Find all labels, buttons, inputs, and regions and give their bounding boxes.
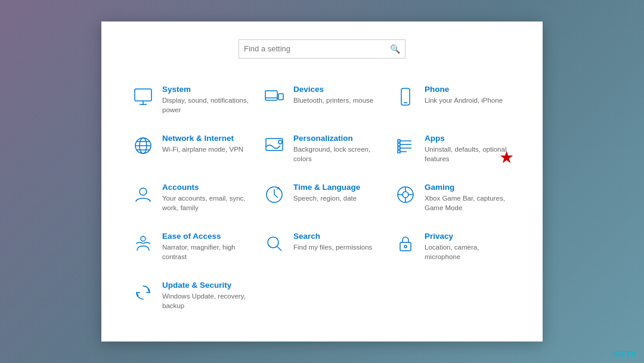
accounts-icon	[131, 183, 155, 207]
search-input[interactable]	[244, 44, 390, 53]
svg-rect-21	[398, 147, 400, 149]
svg-point-23	[140, 188, 147, 195]
apps-desc: Uninstall, defaults, optional features	[425, 144, 513, 164]
search-icon	[262, 232, 286, 256]
gaming-icon	[394, 183, 417, 207]
privacy-title: Privacy	[425, 232, 513, 241]
settings-window: 🔍 SystemDisplay, sound, notifications, p…	[101, 21, 543, 342]
setting-item-time[interactable]: A Time & LanguageSpeech, region, date	[256, 176, 388, 220]
setting-item-update[interactable]: Update & SecurityWindows Update, recover…	[125, 273, 256, 318]
svg-point-36	[404, 245, 407, 248]
gaming-text: GamingXbox Game Bar, captures, Game Mode	[425, 183, 513, 213]
search-desc: Find my files, permissions	[293, 242, 372, 252]
network-icon	[131, 134, 155, 158]
svg-point-27	[402, 192, 408, 198]
svg-point-33	[268, 237, 278, 248]
phone-desc: Link your Android, iPhone	[425, 96, 503, 105]
privacy-desc: Location, camera, microphone	[425, 242, 513, 262]
time-icon: A	[262, 183, 286, 207]
update-title: Update & Security	[162, 281, 250, 290]
personalization-icon	[262, 134, 286, 158]
network-text: Network & InternetWi-Fi, airplane mode, …	[162, 134, 243, 154]
time-title: Time & Language	[293, 183, 360, 192]
devices-title: Devices	[293, 85, 373, 94]
devices-icon	[262, 85, 286, 109]
setting-item-privacy[interactable]: PrivacyLocation, camera, microphone	[388, 224, 519, 269]
search-text: SearchFind my files, permissions	[293, 232, 372, 252]
gaming-title: Gaming	[425, 183, 513, 192]
search-bar: 🔍	[125, 39, 519, 59]
setting-item-personalization[interactable]: PersonalizationBackground, lock screen, …	[256, 127, 388, 171]
setting-item-gaming[interactable]: GamingXbox Game Bar, captures, Game Mode	[388, 176, 519, 220]
setting-item-ease[interactable]: Ease of AccessNarrator, magnifier, high …	[125, 224, 256, 269]
ease-text: Ease of AccessNarrator, magnifier, high …	[162, 232, 250, 262]
search-title: Search	[293, 232, 372, 241]
devices-desc: Bluetooth, printers, mouse	[293, 96, 373, 105]
svg-rect-0	[135, 89, 151, 101]
setting-item-devices[interactable]: DevicesBluetooth, printers, mouse	[256, 78, 388, 122]
setting-item-network[interactable]: Network & InternetWi-Fi, airplane mode, …	[125, 127, 256, 171]
accounts-title: Accounts	[162, 183, 250, 192]
privacy-text: PrivacyLocation, camera, microphone	[425, 232, 513, 262]
settings-grid: SystemDisplay, sound, notifications, pow…	[125, 78, 519, 318]
system-icon	[131, 85, 155, 109]
personalization-text: PersonalizationBackground, lock screen, …	[293, 134, 382, 164]
apps-text: AppsUninstall, defaults, optional featur…	[425, 134, 513, 164]
phone-title: Phone	[425, 85, 503, 94]
phone-text: PhoneLink your Android, iPhone	[425, 85, 503, 105]
ease-desc: Narrator, magnifier, high contrast	[162, 242, 250, 262]
phone-icon	[394, 85, 417, 109]
apps-title: Apps	[425, 134, 513, 143]
svg-rect-19	[398, 140, 400, 142]
time-text: Time & LanguageSpeech, region, date	[293, 183, 360, 203]
system-text: SystemDisplay, sound, notifications, pow…	[162, 85, 250, 115]
update-icon	[131, 281, 155, 304]
svg-point-14	[278, 140, 282, 144]
setting-item-apps[interactable]: AppsUninstall, defaults, optional featur…	[388, 127, 519, 171]
privacy-icon	[394, 232, 417, 256]
personalization-desc: Background, lock screen, colors	[293, 144, 382, 164]
search-container[interactable]: 🔍	[239, 39, 405, 59]
accounts-desc: Your accounts, email, sync, work, family	[162, 193, 250, 213]
svg-rect-22	[398, 150, 400, 153]
svg-rect-3	[265, 91, 277, 100]
gaming-desc: Xbox Game Bar, captures, Game Mode	[425, 193, 513, 213]
watermark: iGETit	[612, 350, 637, 358]
system-desc: Display, sound, notifications, power	[162, 96, 250, 115]
svg-rect-20	[398, 143, 400, 146]
system-title: System	[162, 85, 250, 94]
search-icon: 🔍	[390, 44, 400, 54]
network-title: Network & Internet	[162, 134, 243, 143]
devices-text: DevicesBluetooth, printers, mouse	[293, 85, 373, 105]
setting-item-phone[interactable]: PhoneLink your Android, iPhone	[388, 78, 519, 122]
update-text: Update & SecurityWindows Update, recover…	[162, 281, 250, 310]
setting-item-system[interactable]: SystemDisplay, sound, notifications, pow…	[125, 78, 256, 122]
svg-point-32	[141, 236, 145, 241]
svg-rect-4	[278, 94, 283, 100]
apps-icon	[394, 134, 417, 158]
ease-title: Ease of Access	[162, 232, 250, 241]
network-desc: Wi-Fi, airplane mode, VPN	[162, 144, 243, 154]
svg-text:A: A	[277, 186, 280, 191]
update-desc: Windows Update, recovery, backup	[162, 291, 250, 310]
personalization-title: Personalization	[293, 134, 382, 143]
svg-line-34	[277, 247, 281, 251]
setting-item-search[interactable]: SearchFind my files, permissions	[256, 224, 388, 269]
svg-rect-35	[400, 242, 411, 251]
setting-item-accounts[interactable]: AccountsYour accounts, email, sync, work…	[125, 176, 256, 220]
accounts-text: AccountsYour accounts, email, sync, work…	[162, 183, 250, 213]
time-desc: Speech, region, date	[293, 193, 360, 203]
ease-icon	[131, 232, 155, 256]
